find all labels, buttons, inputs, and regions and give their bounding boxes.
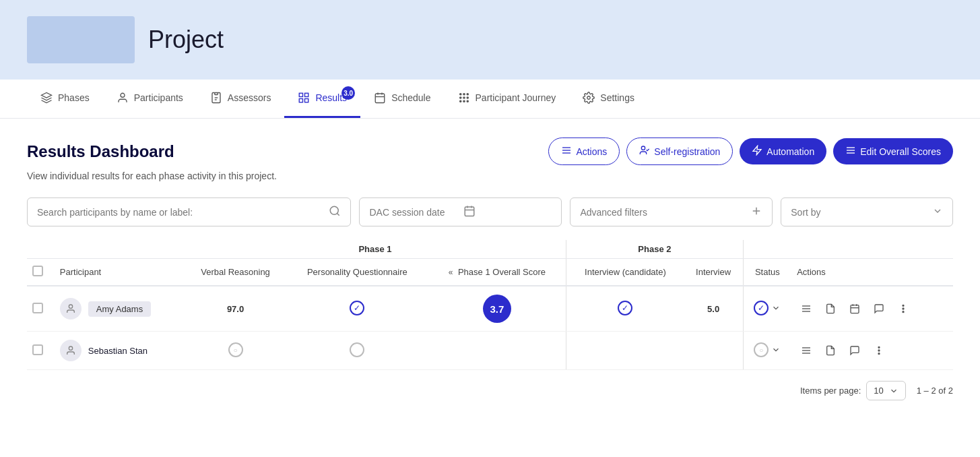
edit-overall-scores-label: Edit Overall Scores <box>860 146 941 157</box>
advanced-filters-label: Advanced filters <box>580 207 647 218</box>
svg-point-17 <box>463 97 464 98</box>
phase2-header: Phase 2 <box>566 240 743 259</box>
nav-item-assessors[interactable]: Assessors <box>197 80 285 118</box>
grid-icon <box>298 92 310 104</box>
col-header-row: Participant Verbal Reasoning Personality… <box>27 259 953 286</box>
nav-item-results[interactable]: Results 3.0 <box>284 80 360 118</box>
row1-more-action-icon[interactable] <box>894 299 913 318</box>
row1-personality-cell <box>286 286 428 332</box>
col-checkbox-header <box>27 259 55 286</box>
row1-avatar <box>60 298 81 319</box>
results-table: Phase 1 Phase 2 Participant Verbal Reaso… <box>27 240 953 370</box>
row1-calendar-action-icon[interactable] <box>845 299 864 318</box>
automation-label: Automation <box>766 146 814 157</box>
phase-header-row: Phase 1 Phase 2 <box>27 240 953 259</box>
nav-item-participant-journey[interactable]: Participant Journey <box>445 80 570 118</box>
svg-rect-7 <box>300 99 303 102</box>
row1-chat-action-icon[interactable] <box>870 299 888 318</box>
svg-line-32 <box>337 213 339 215</box>
row2-checkbox[interactable] <box>32 344 43 355</box>
main-content: Results Dashboard Actions Self-registrat… <box>0 119 980 419</box>
chevron-down-icon <box>771 303 781 313</box>
row2-personality-cell <box>286 332 428 370</box>
col-verbal-reasoning-header: Verbal Reasoning <box>185 259 286 286</box>
row2-status-dropdown[interactable] <box>754 342 781 357</box>
row1-checkbox[interactable] <box>32 303 43 313</box>
svg-point-15 <box>467 94 468 95</box>
nav-item-schedule[interactable]: Schedule <box>360 80 444 118</box>
search-filter[interactable] <box>27 197 351 226</box>
svg-marker-0 <box>42 93 52 98</box>
filters-row: DAC session date Advanced filters Sort b… <box>27 197 953 226</box>
svg-rect-8 <box>305 99 308 102</box>
svg-point-22 <box>587 96 591 100</box>
row1-interview-cell: 5.0 <box>684 286 743 332</box>
per-page-chevron-icon <box>889 386 899 396</box>
search-input[interactable] <box>37 207 323 218</box>
self-registration-button[interactable]: Self-registration <box>626 138 733 165</box>
table-row: Amy Adams 97.0 3.7 5.0 <box>27 286 953 332</box>
row1-checkbox-cell <box>27 286 55 332</box>
svg-rect-5 <box>300 93 303 96</box>
nav-label-schedule: Schedule <box>391 92 430 103</box>
sort-by-filter[interactable]: Sort by <box>781 197 953 226</box>
per-page-select[interactable]: 10 <box>866 381 905 400</box>
svg-point-50 <box>69 346 72 350</box>
svg-point-14 <box>463 94 464 95</box>
row2-list-action-icon[interactable] <box>797 341 816 360</box>
row2-name: Sebastian Stan <box>88 346 148 356</box>
grid-dots-icon <box>458 92 470 104</box>
actions-label: Actions <box>576 146 607 157</box>
row2-chat-action-icon[interactable] <box>845 341 864 360</box>
lightning-icon <box>752 145 762 158</box>
calendar-icon <box>374 92 386 104</box>
project-title: Project <box>148 26 224 54</box>
col-interview-candidate-header: Interview (candidate) <box>566 259 684 286</box>
dashboard-title-wrap: Results Dashboard <box>27 142 174 161</box>
advanced-filters[interactable]: Advanced filters <box>570 197 773 226</box>
row1-phase1-overall-badge: 3.7 <box>483 295 511 323</box>
table-row: Sebastian Stan <box>27 332 953 370</box>
svg-point-20 <box>463 100 464 102</box>
search-icon <box>329 205 341 219</box>
row2-verbal-clock-icon <box>228 342 243 357</box>
automation-button[interactable]: Automation <box>740 138 826 164</box>
svg-rect-33 <box>465 207 474 216</box>
row1-interview-score: 5.0 <box>707 304 719 314</box>
row2-more-action-icon[interactable] <box>870 341 888 360</box>
actions-button[interactable]: Actions <box>548 138 620 165</box>
svg-rect-2 <box>215 93 218 95</box>
items-per-page: Items per page: 10 <box>800 381 906 400</box>
col-actions-header: Actions <box>791 259 953 286</box>
row1-participant-cell: Amy Adams <box>55 286 185 332</box>
nav-item-participants[interactable]: Participants <box>103 80 197 118</box>
row1-document-action-icon[interactable] <box>821 299 840 318</box>
row1-name: Amy Adams <box>88 301 151 317</box>
dashboard-title: Results Dashboard <box>27 142 174 161</box>
row2-avatar <box>60 340 81 361</box>
layers-icon <box>40 92 53 104</box>
edit-scores-icon <box>845 145 856 158</box>
svg-point-56 <box>878 353 880 355</box>
svg-point-18 <box>467 97 468 98</box>
nav-label-phases: Phases <box>58 92 90 103</box>
svg-point-16 <box>459 97 461 98</box>
edit-overall-scores-button[interactable]: Edit Overall Scores <box>833 138 953 164</box>
results-badge: 3.0 <box>341 86 355 100</box>
row2-personality-empty-icon <box>350 342 364 357</box>
row1-status-dropdown[interactable] <box>754 301 781 315</box>
row2-verbal-cell <box>185 332 286 370</box>
col-personality-header: Personality Questionnaire <box>286 259 428 286</box>
dac-session-filter[interactable]: DAC session date <box>359 197 562 226</box>
row2-phase1-overall-cell <box>428 332 566 370</box>
calendar-filter-icon <box>463 205 552 219</box>
nav-item-settings[interactable]: Settings <box>569 80 648 118</box>
select-all-checkbox[interactable] <box>32 266 43 276</box>
svg-point-1 <box>121 93 125 97</box>
row1-personality-check-icon <box>350 301 364 315</box>
row1-list-action-icon[interactable] <box>797 299 816 318</box>
row2-document-action-icon[interactable] <box>821 341 840 360</box>
nav-item-phases[interactable]: Phases <box>27 80 103 118</box>
chevron-down-icon <box>771 345 781 355</box>
dashboard-header: Results Dashboard Actions Self-registrat… <box>27 138 953 165</box>
